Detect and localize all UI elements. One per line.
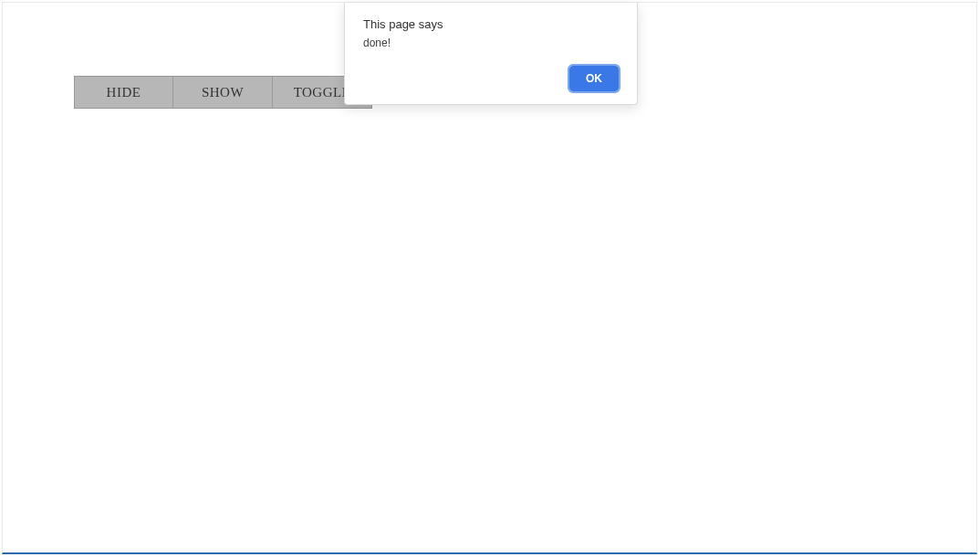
button-row: HIDE SHOW TOGGLE [74,76,372,109]
hide-button[interactable]: HIDE [74,76,173,109]
alert-dialog: This page says done! OK [344,3,638,105]
alert-message: done! [363,37,619,49]
alert-actions: OK [363,66,619,91]
page-viewport: HIDE SHOW TOGGLE This page says done! OK [2,2,977,554]
show-button[interactable]: SHOW [173,76,273,109]
ok-button[interactable]: OK [569,66,619,91]
alert-title: This page says [363,17,619,31]
